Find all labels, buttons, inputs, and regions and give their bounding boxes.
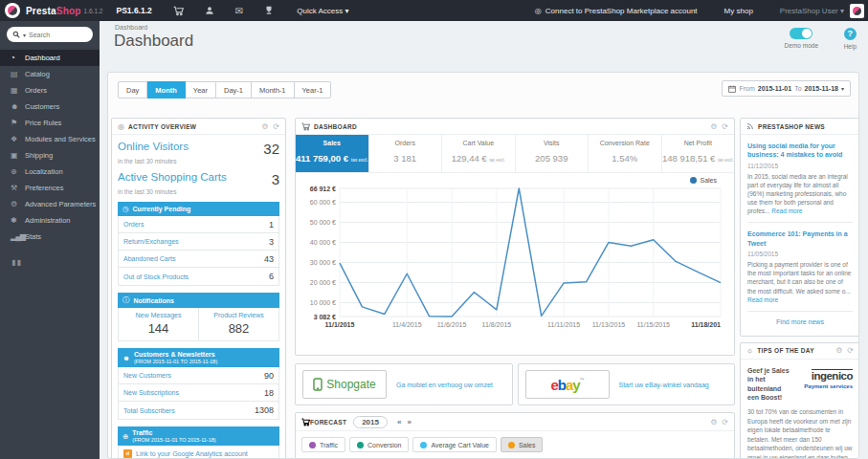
previous-year-icon[interactable]: « <box>394 418 404 426</box>
gear-icon[interactable]: ⚙ <box>261 122 268 131</box>
refresh-icon[interactable]: ⟳ <box>722 122 728 131</box>
range-year-button[interactable]: Year <box>186 81 216 98</box>
forecast-chip-conversion[interactable]: Conversion <box>349 437 409 452</box>
news-article-title[interactable]: Using social media for your business: 4 … <box>747 142 853 160</box>
catalog-icon: ▤ <box>11 70 25 78</box>
news-article-title[interactable]: Ecommerce 101: Payments in a Tweet <box>747 230 853 248</box>
range-year-1-button[interactable]: Year-1 <box>295 81 332 98</box>
search-input[interactable] <box>29 32 77 38</box>
forecast-chip-sales[interactable]: Sales <box>501 437 544 452</box>
svg-text:50 000 €: 50 000 € <box>310 219 336 226</box>
shopgate-logo: Shopgate <box>302 370 387 399</box>
cart-icon[interactable] <box>173 6 184 16</box>
sidebar-item-modules[interactable]: ❖Modules and Services <box>0 131 100 147</box>
price-rules-icon: ⚑ <box>11 119 25 127</box>
range-month-button[interactable]: Month <box>147 81 186 98</box>
gear-icon[interactable]: ⚙ <box>710 122 717 131</box>
news-panel-title: PRESTASHOP NEWS <box>758 123 825 130</box>
svg-text:60 000 €: 60 000 € <box>310 199 336 206</box>
average-cart-value-dot-icon <box>420 442 427 448</box>
news-article-date: 11/12/2015 <box>747 163 853 169</box>
customer-icon[interactable] <box>205 6 214 15</box>
forecast-chip-traffic[interactable]: Traffic <box>301 437 345 452</box>
sidebar-item-orders[interactable]: ▦Orders <box>0 82 100 98</box>
sidebar-item-price-rules[interactable]: ⚑Price Rules <box>0 115 100 131</box>
metric-conversion-rate[interactable]: Conversion Rate1.54% <box>589 135 662 172</box>
next-year-icon[interactable]: » <box>404 418 413 426</box>
trophy-icon[interactable] <box>264 6 274 15</box>
sidebar-item-label: Stats <box>25 232 41 241</box>
new-customers-row[interactable]: New Customers90 <box>119 367 278 384</box>
new-messages-cell[interactable]: New Messages144 <box>119 308 198 340</box>
range-day-button[interactable]: Day <box>118 81 147 98</box>
sidebar-item-shipping[interactable]: ▣Shipping <box>0 147 100 164</box>
refresh-icon[interactable]: ⟳ <box>273 122 279 131</box>
brand-wordmark: PrestaShop <box>26 6 81 16</box>
range-month-1-button[interactable]: Month-1 <box>252 81 295 98</box>
metric-orders[interactable]: Orders3 181 <box>369 135 443 172</box>
sidebar-item-label: Customers <box>25 102 59 111</box>
shopgate-banner[interactable]: Shopgate Ga mobiel en verhoog uw omzet <box>295 363 513 405</box>
avatar[interactable] <box>850 4 864 18</box>
metric-net-profit[interactable]: Net Profit148 918,51 € tax excl. <box>662 135 735 172</box>
dashboard-icon: ◔ <box>11 54 25 62</box>
user-menu[interactable]: PrestaShop User ▾ <box>780 7 844 15</box>
breadcrumb[interactable]: Dashboard <box>115 24 147 31</box>
sidebar-item-dashboard[interactable]: ◔Dashboard <box>0 50 100 66</box>
sidebar-item-stats[interactable]: ▂▄▆Stats <box>0 229 100 245</box>
sidebar-item-preferences[interactable]: ⚒Preferences <box>0 180 100 196</box>
metric-visits[interactable]: Visits205 939 <box>516 135 590 172</box>
help-icon[interactable]: ? <box>844 28 857 40</box>
ebay-banner[interactable]: ebay™ Start uw eBay-winkel vandaag <box>518 363 736 405</box>
chart-legend[interactable]: Sales <box>690 177 717 184</box>
ebay-link[interactable]: Start uw eBay-winkel vandaag <box>619 382 709 388</box>
dashboard-panel: DASHBOARD ⚙⟳ Sales411 759,00 € tax excl.… <box>295 118 735 356</box>
read-more-link[interactable]: Read more <box>747 296 778 303</box>
sidebar-item-customers[interactable]: ☻Customers <box>0 98 100 115</box>
pending-row-returns[interactable]: Return/Exchanges3 <box>119 233 278 251</box>
date-range-picker[interactable]: From2015-11-01 To2015-11-18 ▾ <box>722 80 851 97</box>
online-visitors-link[interactable]: Online Visitors <box>118 141 189 152</box>
my-shop-link[interactable]: My shop <box>724 7 753 15</box>
forecast-year-selector[interactable]: 2015 <box>353 416 388 428</box>
metric-sales[interactable]: Sales411 759,00 € tax excl. <box>296 135 369 172</box>
read-more-link[interactable]: Read more <box>771 208 802 214</box>
google-analytics-link[interactable]: ıl Link to your Google Analytics account <box>118 446 279 459</box>
marketplace-connect-link[interactable]: ◎ Connect to PrestaShop Marketplace acco… <box>535 7 698 15</box>
shopgate-link[interactable]: Ga mobiel en verhoog uw omzet <box>396 382 493 388</box>
prestashop-logo[interactable] <box>5 3 20 18</box>
quick-access-menu[interactable]: Quick Access ▾ <box>297 7 348 15</box>
pending-row-abandoned-carts[interactable]: Abandoned Carts43 <box>119 251 278 268</box>
gear-icon[interactable]: ⚙ <box>710 418 717 426</box>
new-subscriptions-row[interactable]: New Subscriptions18 <box>119 384 278 402</box>
product-reviews-cell[interactable]: Product Reviews882 <box>198 308 278 340</box>
sidebar-item-advanced-parameters[interactable]: ⚙Advanced Parameters <box>0 196 100 212</box>
forecast-chip-average-cart-value[interactable]: Average Cart Value <box>412 437 496 452</box>
refresh-icon[interactable]: ⟳ <box>722 418 728 426</box>
range-day-1-button[interactable]: Day-1 <box>216 81 252 98</box>
sidebar-collapse-icon[interactable]: ▮▮ <box>11 258 100 267</box>
customers-table: New Customers90 New Subscriptions18 Tota… <box>118 367 279 420</box>
metric-cart-value[interactable]: Cart Value129,44 € tax excl. <box>442 135 516 172</box>
shop-name-link[interactable]: PS1.6.1.2 <box>116 6 151 15</box>
find-more-news-link[interactable]: Find more news <box>747 318 853 325</box>
administration-icon: ✱ <box>11 216 25 225</box>
gear-icon[interactable]: ⚙ <box>835 346 842 355</box>
sidebar-item-catalog[interactable]: ▤Catalog <box>0 66 100 82</box>
refresh-icon[interactable]: ⟳ <box>847 346 854 355</box>
search-type-caret-icon[interactable]: ▾ <box>23 32 26 38</box>
ingenico-logo: ingenico Payment services <box>793 366 853 390</box>
total-subscribers-row[interactable]: Total Subscribers1308 <box>119 402 278 419</box>
messages-icon[interactable]: ✉ <box>235 6 243 16</box>
sidebar-item-localization[interactable]: ⊕Localization <box>0 164 100 180</box>
clock-icon: ◷ <box>122 205 129 213</box>
demo-mode-toggle[interactable] <box>790 28 812 39</box>
active-carts-link[interactable]: Active Shopping Carts <box>118 171 227 183</box>
cart-icon <box>301 413 310 430</box>
pending-row-out-of-stock[interactable]: Out of Stock Products6 <box>119 268 278 285</box>
sidebar-search[interactable]: ▾ <box>7 27 93 42</box>
pending-row-orders[interactable]: Orders1 <box>119 216 278 233</box>
dashboard-panel-header: DASHBOARD ⚙⟳ <box>296 119 734 135</box>
sidebar-item-administration[interactable]: ✱Administration <box>0 212 100 229</box>
date-range-buttons: Day Month Year Day-1 Month-1 Year-1 <box>118 81 331 98</box>
